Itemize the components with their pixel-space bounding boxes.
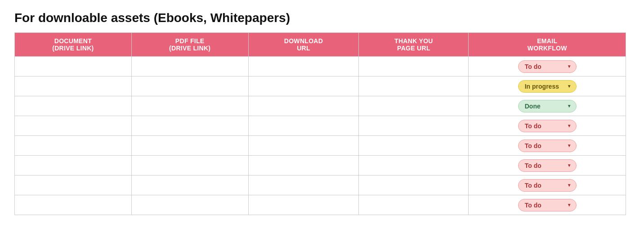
cell-row0-col3 — [359, 57, 469, 76]
cell-row4-col1 — [131, 136, 248, 156]
cell-row2-col1 — [131, 96, 248, 116]
cell-row2-col0 — [15, 96, 132, 116]
cell-row1-col1 — [131, 76, 248, 96]
table-header-row: DOCUMENT(Drive link) PDF FILE(Drive link… — [15, 33, 626, 57]
cell-row0-col2 — [248, 57, 359, 76]
status-badge-row2[interactable]: Done▼ — [518, 100, 577, 112]
status-badge-row0[interactable]: To do▼ — [518, 60, 577, 73]
table-row: Done▼ — [15, 96, 626, 116]
col-header-document: DOCUMENT(Drive link) — [15, 33, 132, 57]
chevron-down-icon: ▼ — [567, 64, 572, 69]
status-cell-row4: To do▼ — [469, 136, 626, 156]
status-cell-row1: In progress▼ — [469, 76, 626, 96]
col-header-thank-you-url: THANK YOUPAGE URL — [359, 33, 469, 57]
table-row: In progress▼ — [15, 76, 626, 96]
cell-row5-col1 — [131, 156, 248, 176]
cell-row5-col0 — [15, 156, 132, 176]
status-badge-row4[interactable]: To do▼ — [518, 140, 577, 152]
cell-row6-col2 — [248, 176, 359, 195]
status-badge-row6[interactable]: To do▼ — [518, 179, 577, 192]
chevron-down-icon: ▼ — [567, 202, 572, 207]
chevron-down-icon: ▼ — [567, 163, 572, 168]
cell-row6-col1 — [131, 176, 248, 195]
table-row: To do▼ — [15, 176, 626, 195]
chevron-down-icon: ▼ — [567, 84, 572, 89]
cell-row3-col2 — [248, 116, 359, 136]
cell-row1-col0 — [15, 76, 132, 96]
status-cell-row5: To do▼ — [469, 156, 626, 176]
table-row: To do▼ — [15, 136, 626, 156]
cell-row7-col3 — [359, 195, 469, 215]
status-label-row4: To do — [525, 142, 541, 149]
status-cell-row7: To do▼ — [469, 195, 626, 215]
cell-row7-col1 — [131, 195, 248, 215]
cell-row0-col1 — [131, 57, 248, 76]
col-header-email-workflow: EMAILWORKFLOW — [469, 33, 626, 57]
cell-row0-col0 — [15, 57, 132, 76]
table-row: To do▼ — [15, 195, 626, 215]
table-row: To do▼ — [15, 116, 626, 136]
cell-row5-col2 — [248, 156, 359, 176]
status-badge-row7[interactable]: To do▼ — [518, 199, 577, 212]
status-cell-row3: To do▼ — [469, 116, 626, 136]
status-label-row5: To do — [525, 162, 541, 169]
assets-table: DOCUMENT(Drive link) PDF FILE(Drive link… — [14, 32, 626, 215]
chevron-down-icon: ▼ — [567, 104, 572, 108]
status-label-row7: To do — [525, 202, 541, 209]
cell-row1-col2 — [248, 76, 359, 96]
cell-row3-col0 — [15, 116, 132, 136]
col-header-download-url: DOWNLOADURL — [248, 33, 359, 57]
cell-row7-col0 — [15, 195, 132, 215]
status-label-row1: In progress — [525, 83, 559, 90]
col-header-pdf-file: PDF FILE(Drive link) — [131, 33, 248, 57]
status-badge-row1[interactable]: In progress▼ — [518, 80, 577, 93]
cell-row7-col2 — [248, 195, 359, 215]
table-row: To do▼ — [15, 156, 626, 176]
cell-row2-col3 — [359, 96, 469, 116]
status-badge-row5[interactable]: To do▼ — [518, 159, 577, 172]
cell-row5-col3 — [359, 156, 469, 176]
status-label-row3: To do — [525, 122, 541, 130]
chevron-down-icon: ▼ — [567, 183, 572, 188]
status-badge-row3[interactable]: To do▼ — [518, 120, 577, 132]
cell-row1-col3 — [359, 76, 469, 96]
status-cell-row6: To do▼ — [469, 176, 626, 195]
chevron-down-icon: ▼ — [567, 123, 572, 128]
cell-row3-col3 — [359, 116, 469, 136]
status-cell-row2: Done▼ — [469, 96, 626, 116]
cell-row6-col3 — [359, 176, 469, 195]
status-cell-row0: To do▼ — [469, 57, 626, 76]
status-label-row0: To do — [525, 63, 541, 70]
cell-row4-col2 — [248, 136, 359, 156]
cell-row4-col3 — [359, 136, 469, 156]
table-row: To do▼ — [15, 57, 626, 76]
cell-row2-col2 — [248, 96, 359, 116]
cell-row3-col1 — [131, 116, 248, 136]
status-label-row2: Done — [525, 103, 541, 110]
chevron-down-icon: ▼ — [567, 143, 572, 148]
cell-row6-col0 — [15, 176, 132, 195]
cell-row4-col0 — [15, 136, 132, 156]
status-label-row6: To do — [525, 182, 541, 189]
page-title: For downloable assets (Ebooks, Whitepape… — [14, 11, 630, 25]
